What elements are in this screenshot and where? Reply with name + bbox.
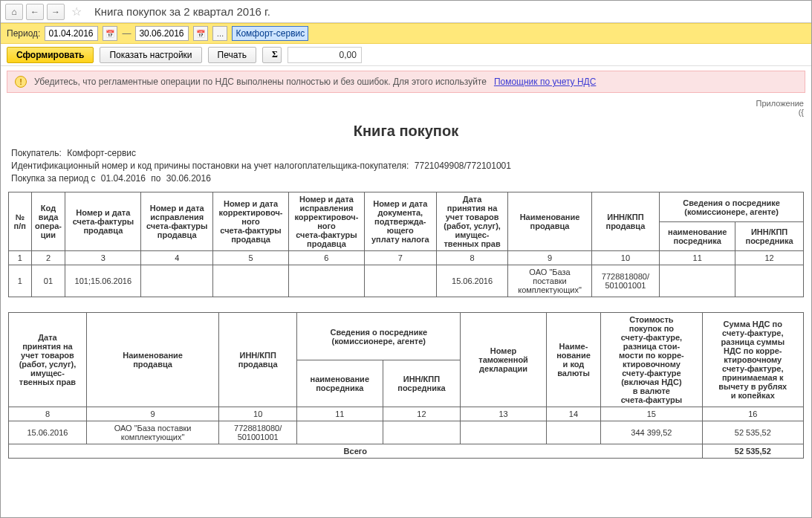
col-num: 13	[461, 407, 546, 421]
report-table-2: Дата принятия на учет товаров (работ, ус…	[8, 312, 804, 459]
cell	[461, 421, 546, 444]
col-header: ИНН/КПП посредника	[383, 360, 461, 407]
star-icon[interactable]: ☆	[68, 4, 85, 20]
home-icon[interactable]: ⌂	[5, 4, 23, 20]
col-header: Дата принятия на учет товаров (работ, ус…	[9, 313, 87, 407]
col-header: Дата принятия на учет товаров (работ, ус…	[436, 192, 508, 251]
period-from-text: 01.04.2016	[101, 173, 146, 184]
period-sep: по	[151, 173, 160, 184]
buyer-label: Покупатель:	[11, 148, 62, 158]
info-text: Убедитесь, что регламентные операции по …	[34, 77, 487, 87]
table-row: 15.06.2016 ОАО "База поставки комплектую…	[9, 421, 804, 444]
form-button[interactable]: Сформировать	[7, 47, 94, 63]
report-title: Книга покупок	[1, 117, 811, 147]
col-num: 9	[508, 251, 591, 265]
topbar: ⌂ ← → ☆ Книга покупок за 2 квартал 2016 …	[1, 1, 811, 23]
col-num: 6	[288, 251, 364, 265]
period-label: Период:	[7, 28, 40, 39]
col-num: 16	[702, 407, 803, 421]
cell: ОАО "База поставки комплектующих"	[86, 421, 218, 444]
col-header: Код вида опера- ции	[31, 192, 65, 251]
col-header: № п/п	[9, 192, 32, 251]
col-header: ИНН/КПП продавца	[591, 192, 660, 251]
cell	[141, 265, 213, 297]
col-header: Наименование продавца	[86, 313, 218, 407]
col-header: Номер и дата исправления корректировоч- …	[288, 192, 364, 251]
period-dash: —	[122, 28, 131, 39]
period-from-input[interactable]	[45, 26, 98, 41]
cell	[546, 421, 600, 444]
col-header: Сумма НДС по счету-фактуре, разница сумм…	[702, 313, 803, 407]
col-header: Номер и дата документа, подтвержда- ющег…	[364, 192, 436, 251]
inn-value: 7721049908/772101001	[415, 161, 511, 171]
col-num: 12	[383, 407, 461, 421]
cell	[735, 265, 804, 297]
sum-value: 0,00	[288, 47, 362, 63]
sum-button[interactable]: Σ	[262, 47, 282, 63]
col-header: Наименование продавца	[508, 192, 591, 251]
cell	[383, 421, 461, 444]
cell: 7728818080/ 501001001	[219, 421, 297, 444]
toolbar: Сформировать Показать настройки Печать Σ…	[1, 44, 811, 66]
col-num: 7	[364, 251, 436, 265]
cell: 52 535,52	[702, 421, 803, 444]
cell: 344 399,52	[601, 421, 702, 444]
report-meta: Покупатель: Комфорт-сервис Идентификацио…	[1, 147, 811, 189]
col-header: наименование посредника	[660, 221, 735, 251]
col-num: 4	[141, 251, 213, 265]
col-header: ИНН/КПП продавца	[219, 313, 297, 407]
col-num: 10	[219, 407, 297, 421]
col-num: 2	[31, 251, 65, 265]
period-bar: Период: 📅 — 📅 … Комфорт-сервис	[1, 23, 811, 44]
org-input[interactable]: Комфорт-сервис	[232, 26, 308, 41]
forward-icon[interactable]: →	[47, 4, 65, 20]
buyer-value: Комфорт-сервис	[67, 148, 136, 158]
page-title: Книга покупок за 2 квартал 2016 г.	[94, 5, 270, 18]
col-num: 1	[9, 251, 32, 265]
cell: 01	[31, 265, 65, 297]
cell: 7728818080/ 501001001	[591, 265, 660, 297]
cell	[660, 265, 735, 297]
info-bar: ! Убедитесь, что регламентные операции п…	[7, 71, 805, 93]
period-text-label: Покупка за период с	[11, 173, 96, 184]
print-button[interactable]: Печать	[208, 47, 256, 63]
inn-label: Идентификационный номер и код причины по…	[11, 161, 409, 171]
col-num: 15	[601, 407, 702, 421]
col-header: наименование посредника	[297, 360, 383, 407]
show-settings-button[interactable]: Показать настройки	[100, 47, 201, 63]
col-num: 10	[591, 251, 660, 265]
calendar-icon[interactable]: 📅	[193, 26, 208, 41]
cell	[288, 265, 364, 297]
col-num: 9	[86, 407, 218, 421]
cell: 1	[9, 265, 32, 297]
total-row: Всего 52 535,52	[9, 444, 804, 459]
period-select-button[interactable]: …	[212, 26, 227, 41]
col-num: 8	[436, 251, 508, 265]
appendix-label: Приложение ({	[1, 97, 811, 117]
col-num: 14	[546, 407, 600, 421]
total-label: Всего	[9, 444, 703, 459]
cell: 101;15.06.2016	[65, 265, 141, 297]
cell	[364, 265, 436, 297]
col-header: Номер таможенной декларации	[461, 313, 546, 407]
cell: 15.06.2016	[9, 421, 87, 444]
total-value: 52 535,52	[702, 444, 803, 459]
period-to-text: 30.06.2016	[166, 173, 211, 184]
calendar-icon[interactable]: 📅	[103, 26, 117, 41]
warning-icon: !	[15, 76, 27, 88]
table-row: 1 01 101;15.06.2016 15.06.2016 ОАО "База…	[9, 265, 804, 297]
period-to-input[interactable]	[135, 26, 189, 41]
col-num: 11	[297, 407, 383, 421]
cell: 15.06.2016	[436, 265, 508, 297]
col-header: Номер и дата исправления счета-фактуры п…	[141, 192, 213, 251]
report-table-1: № п/п Код вида опера- ции Номер и дата с…	[8, 192, 804, 297]
col-num: 12	[735, 251, 804, 265]
col-header: ИНН/КПП посредника	[735, 221, 804, 251]
nds-assistant-link[interactable]: Помощник по учету НДС	[494, 77, 596, 87]
back-icon[interactable]: ←	[26, 4, 44, 20]
cell: ОАО "База поставки комплектующих"	[508, 265, 591, 297]
col-header: Сведения о посреднике (комиссионере, аге…	[660, 192, 804, 222]
col-num: 8	[9, 407, 87, 421]
col-num: 3	[65, 251, 141, 265]
col-num: 5	[213, 251, 289, 265]
